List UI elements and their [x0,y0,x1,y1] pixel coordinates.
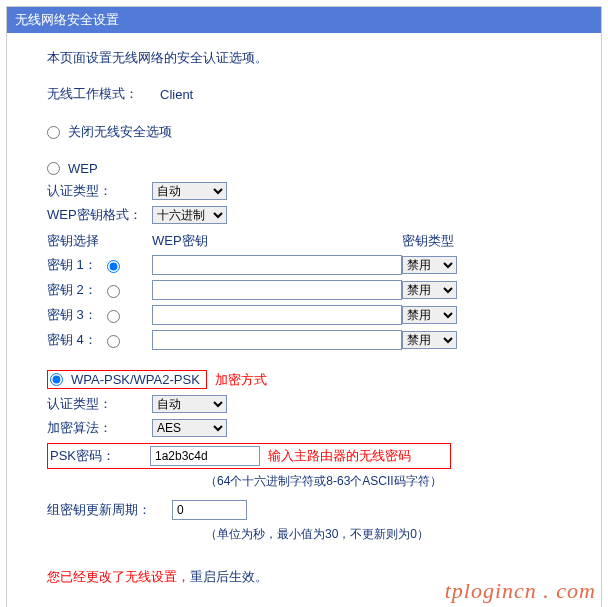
key-type-header: 密钥类型 [402,232,454,250]
key4-input[interactable] [152,330,402,350]
auth-type-label: 认证类型： [47,182,152,200]
key1-radio[interactable] [107,260,120,273]
auth-type-label-2: 认证类型： [47,395,152,413]
algorithm-label: 加密算法： [47,419,152,437]
radio-wep[interactable] [47,162,60,175]
rekey-label: 组密钥更新周期： [47,501,172,519]
psk-note: （64个十六进制字符或8-63个ASCII码字符） [205,473,571,490]
watermark: tplogincn . com [445,578,596,604]
psk-label: PSK密码： [50,447,150,465]
page-title: 无线网络安全设置 [7,7,601,33]
wep-key-header: WEP密钥 [152,232,402,250]
key1-label: 密钥 1： [47,256,97,274]
psk-input[interactable] [150,446,260,466]
key3-label: 密钥 3： [47,306,97,324]
key1-input[interactable] [152,255,402,275]
algorithm-select[interactable]: AES [152,419,227,437]
changed-message: 您已经更改了无线设置， [47,569,190,584]
radio-wpa-psk[interactable] [50,373,63,386]
auth-type-select-2[interactable]: 自动 [152,395,227,413]
label-wep: WEP [68,161,98,176]
wep-format-select[interactable]: 十六进制 [152,206,227,224]
key4-label: 密钥 4： [47,331,97,349]
mode-value: Client [160,87,193,102]
key3-type-select[interactable]: 禁用 [402,306,457,324]
mode-label: 无线工作模式： [47,85,152,103]
key4-type-select[interactable]: 禁用 [402,331,457,349]
intro-text: 本页面设置无线网络的安全认证选项。 [47,49,571,67]
encryption-method-title: 加密方式 [215,371,267,389]
key2-type-select[interactable]: 禁用 [402,281,457,299]
key3-radio[interactable] [107,310,120,323]
auth-type-select[interactable]: 自动 [152,182,227,200]
psk-hint: 输入主路由器的无线密码 [268,447,411,465]
label-wpa-psk: WPA-PSK/WPA2-PSK [71,372,200,387]
changed-tail: 重启后生效。 [190,569,268,584]
wep-format-label: WEP密钥格式： [47,206,152,224]
key3-input[interactable] [152,305,402,325]
key1-type-select[interactable]: 禁用 [402,256,457,274]
key-select-header: 密钥选择 [47,232,152,250]
label-disable-security: 关闭无线安全选项 [68,123,172,141]
key2-radio[interactable] [107,285,120,298]
radio-disable-security[interactable] [47,126,60,139]
rekey-note: （单位为秒，最小值为30，不更新则为0） [205,526,571,543]
rekey-input[interactable] [172,500,247,520]
key4-radio[interactable] [107,335,120,348]
key2-input[interactable] [152,280,402,300]
key2-label: 密钥 2： [47,281,97,299]
